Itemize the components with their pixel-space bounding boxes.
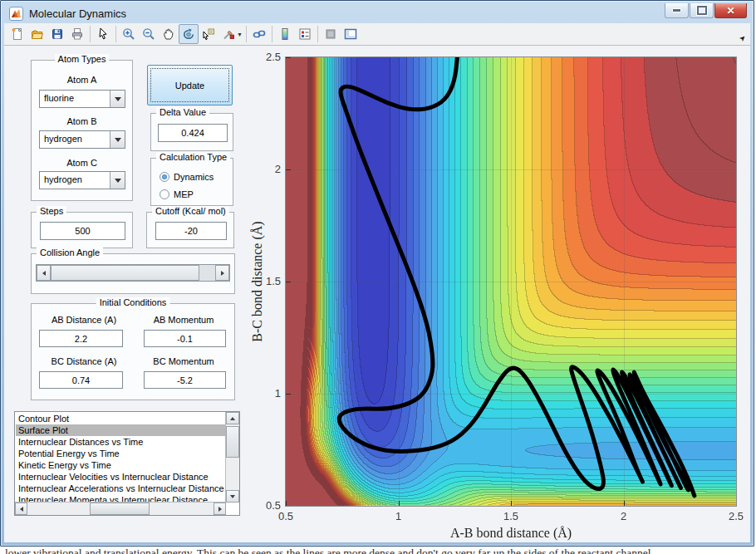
delta-value-field[interactable]: 0.424 [158,124,228,142]
bc-momentum-field[interactable]: -5.2 [144,371,226,389]
listbox-item[interactable]: Potential Energy vs Time [16,448,225,459]
listbox-item[interactable]: Internuclear Accelerations vs Internucle… [16,483,225,494]
scroll-down-button[interactable] [226,490,239,503]
atom-types-legend: Atom Types [55,54,110,64]
maximize-button[interactable] [690,3,714,18]
slider-thumb[interactable] [51,265,199,281]
calculation-type-panel: Calculation Type DynamicsMEP [150,158,233,206]
toolbar-separator [90,26,91,42]
radio-dynamics[interactable]: Dynamics [160,171,214,183]
tool-insert-legend[interactable] [295,24,315,44]
tool-save-figure[interactable] [47,24,67,44]
tool-data-cursor[interactable] [199,24,218,44]
steps-field[interactable]: 500 [40,222,125,240]
close-button[interactable]: ✕ [714,3,747,18]
radio-mep[interactable]: MEP [160,189,194,200]
legend-icon [298,27,312,41]
cutoff-legend: Cutoff (Kcal/ mol) [152,206,229,216]
chevron-down-icon[interactable] [110,91,125,107]
data-cursor-icon [202,27,215,41]
toolbar-overflow-chevron[interactable]: ➤ [738,33,748,43]
radio-icon[interactable] [160,172,169,182]
contour-plot-canvas[interactable] [286,57,736,506]
atom-b-label: Atom B [32,116,132,126]
zoom-in-icon [122,27,135,41]
window-title: Molecular Dynamics [29,7,126,20]
collision-angle-panel: Collision Angle [31,253,235,294]
steps-legend: Steps [37,206,66,216]
titlebar[interactable]: Molecular Dynamics ✕ [4,3,750,23]
collision-angle-slider[interactable] [36,264,230,282]
y-tick-label: 1 [251,387,281,400]
print-icon [71,27,84,41]
chevron-down-icon[interactable] [110,131,125,148]
atom-a-dropdown[interactable]: fluorine [39,90,125,108]
tool-edit-plot[interactable] [93,24,113,44]
horizontal-scroll-thumb[interactable] [90,503,150,515]
tool-open-file[interactable] [27,24,47,44]
x-tick-label: 2.5 [719,510,753,522]
listbox-item[interactable]: Contour Plot [16,413,225,424]
scroll-right-button[interactable] [214,503,226,515]
cutoff-panel: Cutoff (Kcal/ mol) -20 [146,212,234,248]
listbox-item[interactable]: Internuclear Velocities vs Internuclear … [16,471,225,483]
tool-rotate-3d[interactable] [179,24,199,44]
tool-show-plot-tools[interactable] [341,24,361,44]
link-icon [253,27,266,41]
rotate-3d-icon [182,27,195,41]
vertical-scrollbar[interactable] [225,412,239,503]
app-window: Molecular Dynamics ✕ [0,0,754,547]
ab-momentum-field[interactable]: -0.1 [144,330,226,347]
bc-distance-label: BC Distance (A) [38,356,130,366]
slider-left-arrow[interactable] [37,265,51,281]
listbox-item[interactable]: Internuclear Momenta vs Internuclear Dis… [16,494,225,502]
atom-a-value: fluorine [40,91,110,107]
tool-print-figure[interactable] [67,24,87,44]
x-tick-label: 1 [382,510,415,522]
bc-momentum-label: BC Momentum [141,356,226,366]
bc-distance-field[interactable]: 0.74 [39,371,123,389]
colorbar-icon [278,27,292,41]
scroll-left-button[interactable] [15,503,27,515]
minimize-button[interactable] [665,3,689,18]
atom-b-dropdown[interactable]: hydrogen [39,130,125,149]
scroll-up-button[interactable] [226,412,239,424]
cutoff-field[interactable]: -20 [155,222,227,240]
slider-right-arrow[interactable] [215,265,229,281]
save-icon [51,27,64,41]
listbox-item[interactable]: Surface Plot [16,424,225,436]
update-button[interactable]: Update [147,65,233,105]
zoom-out-icon [142,27,155,41]
focus-rectangle [150,68,229,102]
client-area: Atom Types Atom A fluorine Atom B hydrog… [4,46,750,542]
listbox-item[interactable]: Internuclear Distances vs Time [16,436,225,448]
listbox-item[interactable]: Kinetic Energy vs Time [16,459,225,471]
initial-conditions-legend: Initial Conditions [96,297,170,307]
atom-c-label: Atom C [32,158,132,168]
background-document-text: lower vibrational and translational ener… [5,547,756,554]
tool-brush-data[interactable] [218,24,238,44]
tool-insert-colorbar[interactable] [275,24,295,44]
vertical-scroll-thumb[interactable] [226,426,239,458]
atom-c-dropdown[interactable]: hydrogen [39,171,125,189]
pointer-icon [96,27,110,41]
tool-zoom-in[interactable] [119,24,139,44]
tool-pan[interactable] [159,24,179,44]
radio-icon[interactable] [160,189,169,199]
steps-panel: Steps 500 [31,212,133,248]
chevron-down-icon[interactable] [110,172,125,189]
ab-distance-field[interactable]: 2.2 [39,330,123,347]
horizontal-scrollbar[interactable] [15,502,226,515]
brush-dropdown-caret[interactable]: ▼ [237,32,243,37]
atom-a-label: Atom A [32,75,132,85]
tool-new-figure[interactable] [7,24,27,44]
radio-label: MEP [174,189,194,199]
tool-zoom-out[interactable] [139,24,159,44]
collision-angle-legend: Collision Angle [37,248,103,257]
tool-hide-plot-tools[interactable] [321,24,341,44]
plot-type-listbox[interactable]: Contour PlotSurface PlotInternuclear Dis… [14,411,240,516]
radio-label: Dynamics [174,172,214,182]
tool-link-plot[interactable] [249,24,269,44]
x-tick-label: 0.5 [269,510,302,522]
open-folder-icon [31,27,44,41]
